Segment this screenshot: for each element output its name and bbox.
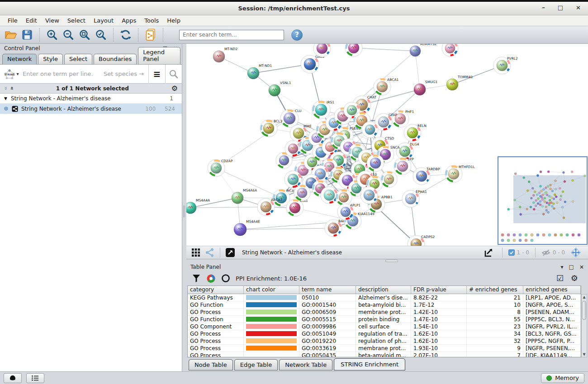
tab-network-table[interactable]: Network Table [279,359,332,370]
select-rows-icon[interactable]: ☑ [556,274,564,282]
column-header-chart-color[interactable]: chart color [244,286,299,294]
save-session-button[interactable] [19,27,35,42]
network-node-tomm40[interactable]: TOMM40 [446,75,473,90]
enrichment-row[interactable]: GO ProcessGO:0006509membrane prot...1.42… [188,309,581,316]
open-session-button[interactable] [3,27,19,42]
minimize-button[interactable]: – [542,5,545,11]
network-share-button[interactable] [205,248,215,258]
ring-icon[interactable] [221,274,230,283]
network-node-abca7[interactable]: ABCA7 [257,198,283,215]
column-header-description[interactable]: description [356,286,411,294]
menu-view[interactable]: View [41,17,63,24]
export-network-button[interactable] [483,247,494,258]
network-node-epha1[interactable]: EPHA1 [402,190,427,207]
column-header--enriched-genes[interactable]: # enriched genes [467,286,523,294]
network-node[interactable] [285,140,301,157]
menu-tools[interactable]: Tools [140,17,163,24]
panel-close-icon[interactable]: × [579,264,584,270]
menu-help[interactable]: Help [163,17,185,24]
enrichment-row[interactable]: GO ProcessGO:0019220regulation of ph...1… [188,337,581,345]
panel-float-icon[interactable]: □ [569,264,574,270]
network-node-syp[interactable]: SYP [394,157,414,175]
tab-style[interactable]: Style [38,54,63,64]
network-panel-gear-icon[interactable]: ⚙ [171,85,178,92]
network-node-ms4a6a[interactable]: MS4A6A [232,188,257,204]
enrichment-row[interactable]: GO FunctionGO:0005515protein binding1.47… [188,316,581,323]
tab-select[interactable]: Select [64,54,92,64]
network-node-mt-nd2[interactable]: MT-ND2 [213,47,237,62]
memory-button[interactable]: Memory [541,373,584,383]
menu-file[interactable]: File [4,17,22,24]
network-node-pvrl2[interactable]: PVRL2 [493,56,518,74]
column-header-term-name[interactable]: term name [299,286,356,294]
expand-all-icon[interactable]: » [8,86,15,90]
menu-apps[interactable]: Apps [118,17,140,24]
vertical-splitter[interactable] [182,44,186,371]
column-header-category[interactable]: category [188,286,244,294]
enrichment-row[interactable]: GO FunctionGO:0001540beta-amyloid bi...1… [188,301,581,309]
tab-legend-panel[interactable]: Legend Panel [138,47,180,64]
string-search-button[interactable] [165,65,182,84]
open-in-new-button[interactable] [225,248,235,258]
network-node-mt-nd1[interactable]: MT-ND1 [247,64,272,79]
maximize-button[interactable]: □ [558,5,563,11]
birds-eye-view[interactable] [498,156,588,245]
network-node-bin1[interactable]: BIN1 [286,199,308,216]
network-node-adamts2[interactable]: ADAMTS2 [410,44,437,56]
network-node-bcl3[interactable]: BCL3 [260,119,282,137]
scroll-up-icon[interactable]: ▲ [582,295,587,299]
menu-layout[interactable]: Layout [90,17,118,24]
network-node-tardbp[interactable]: TARDBP [413,167,440,185]
set-species-hint[interactable]: Set species → [104,70,144,77]
zoom-in-button[interactable] [44,27,60,42]
network-node[interactable] [336,189,352,206]
enrichment-row[interactable]: GO ProcessGO:0050435beta-amyloid m...2.0… [188,352,581,357]
scroll-down-icon[interactable]: ▼ [582,352,587,356]
panel-menu-icon[interactable]: ▾ [561,264,564,270]
network-node-ms4a4e[interactable]: MS4A4E [234,220,260,236]
network-node-smug1[interactable]: SMUG1 [414,80,438,95]
refresh-button[interactable] [118,27,134,42]
enrichment-row[interactable]: GO ProcessGO:0033619membrane prot...1.93… [188,345,581,352]
network-node[interactable] [362,122,378,138]
automation-panel-button[interactable] [4,373,22,383]
network-node[interactable] [360,187,378,204]
network-node[interactable] [442,44,458,56]
zoom-selected-button[interactable] [93,27,109,42]
network-node[interactable] [321,187,338,204]
donut-chart-icon[interactable] [206,274,216,283]
task-history-button[interactable] [26,373,44,383]
menu-edit[interactable]: Edit [22,17,41,24]
search-input[interactable] [179,30,284,40]
zoom-out-button[interactable] [60,27,76,42]
network-node-cadps2[interactable]: CADPS2 [408,235,435,246]
network-node-gab2[interactable]: GAB2 [301,55,325,73]
table-settings-gear-icon[interactable]: ⚙ [571,274,578,282]
network-node[interactable] [285,171,302,188]
zoom-fit-button[interactable] [76,27,93,42]
enrichment-row[interactable]: GO ComponentGO:0009986cell surface1.54E-… [188,323,581,330]
tab-edge-table[interactable]: Edge Table [234,359,278,370]
network-node[interactable] [345,44,362,56]
network-node-reln[interactable]: RELN [404,124,427,141]
string-options-button[interactable]: ≡ [148,65,165,84]
help-button[interactable]: ? [291,29,303,41]
grid-view-button[interactable] [191,248,200,257]
table-scrollbar[interactable]: ▲ ▼ [581,294,587,357]
filter-icon[interactable] [192,274,201,283]
splitter-handle[interactable] [183,206,185,217]
tab-network[interactable]: Network [2,54,37,64]
enrichment-row[interactable]: KEGG Pathways05010Alzheimer's dise...8.8… [188,294,581,301]
birds-eye-canvas[interactable] [498,157,587,244]
network-from-file-button[interactable] [142,27,159,42]
tree-collapse-icon[interactable]: ▼ [4,96,7,101]
network-node[interactable] [381,171,397,187]
column-header-fdr-p-value[interactable]: FDR p-value [411,286,467,294]
string-protein-query-selector[interactable]: STRING ▾ [0,68,22,80]
menu-select[interactable]: Select [63,17,90,24]
tab-node-table[interactable]: Node Table [189,359,233,370]
string-query-input[interactable] [22,70,104,78]
close-button[interactable]: × [576,5,581,11]
network-row[interactable]: String Network - Alzheimer's disease 100… [0,103,182,114]
network-collection-row[interactable]: ▼ String Network - Alzheimer's disease 1 [0,94,182,103]
